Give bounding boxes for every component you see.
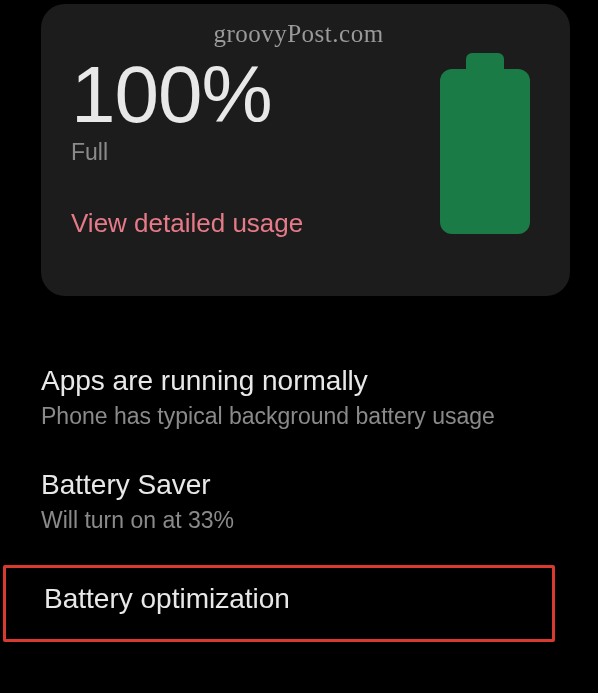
battery-saver-title: Battery Saver bbox=[41, 468, 572, 502]
battery-status-card: 100% Full View detailed usage bbox=[41, 4, 570, 296]
apps-running-item[interactable]: Apps are running normally Phone has typi… bbox=[41, 348, 572, 452]
battery-status-label: Full bbox=[71, 139, 430, 166]
battery-optimization-title: Battery optimization bbox=[44, 582, 552, 616]
battery-percent: 100% bbox=[71, 59, 430, 131]
apps-running-title: Apps are running normally bbox=[41, 364, 572, 398]
battery-optimization-item[interactable]: Battery optimization bbox=[3, 565, 555, 643]
view-detailed-usage-link[interactable]: View detailed usage bbox=[71, 208, 430, 239]
battery-saver-subtitle: Will turn on at 33% bbox=[41, 506, 572, 535]
battery-saver-item[interactable]: Battery Saver Will turn on at 33% bbox=[41, 452, 572, 556]
apps-running-subtitle: Phone has typical background battery usa… bbox=[41, 402, 572, 431]
battery-icon bbox=[440, 69, 530, 234]
